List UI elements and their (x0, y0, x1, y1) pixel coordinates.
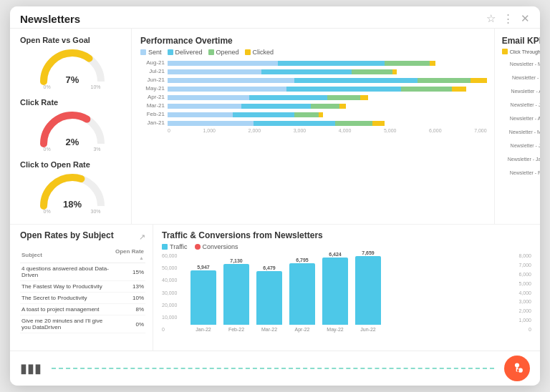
traffic-legend: Traffic Conversions (162, 243, 531, 250)
traffic-right-y-label: 6,000 (518, 272, 531, 277)
perf-segment (319, 112, 323, 117)
perf-seg-row (168, 61, 487, 65)
traffic-title: Traffic & Conversions from Newsletters (162, 230, 531, 240)
bottom-row: Open Rates by Subject ↗ Subject Open Rat… (10, 225, 540, 351)
perf-segment (168, 87, 286, 92)
traffic-right-y-label: 3,000 (518, 299, 531, 304)
perf-segment (168, 121, 254, 126)
subject-cell: Give me 20 minutes and I'll give you Dat… (20, 315, 114, 333)
ekpi-row: Newsletter - Apr 2021 (502, 85, 540, 97)
ekpi-row-label: Newsletter - Mar 2021 (502, 62, 540, 67)
perf-segment (168, 69, 261, 74)
perf-seg-row (168, 69, 487, 74)
open-rate-section: Open Rate vs Goal 7% 0% 10% (20, 36, 124, 91)
perf-x-axis: 01,0002,0003,0004,0005,0006,0007,000 (140, 128, 487, 133)
perf-month-label: Aug-21 (140, 59, 165, 66)
perf-segment (335, 121, 372, 126)
traffic-right-y-label: 5,000 (518, 281, 531, 286)
traffic-y-label: 10,000 (162, 315, 177, 320)
open-rates-panel: Open Rates by Subject ↗ Subject Open Rat… (10, 225, 153, 351)
ekpi-row-label: Newsletter - Apr 2021 (502, 89, 540, 94)
subject-cell: 4 questions answered about Data-Driven (20, 263, 114, 281)
traffic-bar (223, 264, 249, 325)
click-rate-section: Click Rate 2% 0% 3% (20, 98, 124, 153)
perf-bar-group (168, 112, 487, 117)
perf-bar-row: Feb-21 (140, 111, 487, 117)
perf-segment (352, 69, 392, 74)
perf-x-label: 6,000 (429, 128, 442, 133)
perf-segment (471, 78, 487, 83)
perf-bar-group (168, 104, 487, 108)
opened-dot (208, 49, 214, 55)
email-kpi-chart: Newsletter - Mar 2021Newsletter - Jul 20… (502, 58, 540, 179)
traffic-panel: Traffic & Conversions from Newsletters T… (153, 225, 540, 351)
traffic-bar (256, 271, 282, 325)
more-icon[interactable]: ⋮ (503, 12, 513, 25)
ekpi-row-label: Newsletter - May 2021 (502, 129, 540, 134)
ekpi-row-label: Newsletter - Aug 2021 (502, 116, 540, 121)
email-kpi-legend: Click Through Rate Click Rate Open Rate (502, 49, 540, 54)
perf-x-label: 2,000 (249, 128, 261, 133)
rate-cell: 8% (114, 304, 145, 315)
bar-chart-icon[interactable]: ▮▮▮ (20, 361, 42, 376)
perf-segment (168, 104, 241, 109)
cto-rate-max: 30% (90, 209, 100, 214)
perf-x-label: 7,000 (474, 128, 487, 133)
svg-text:7%: 7% (65, 74, 79, 85)
perf-bar-row: Mar-21 (140, 102, 487, 109)
table-row: The Secret to Productivity10% (20, 293, 145, 304)
star-icon[interactable]: ☆ (486, 12, 496, 25)
email-kpi-panel: Email KPIs Click Through Rate Click Rate… (495, 29, 540, 224)
dashboard-window: Newsletters ☆ ⋮ ✕ Open Rate vs Goal 7% (10, 6, 540, 386)
legend-sent: Sent (140, 49, 162, 56)
perf-segment (327, 95, 360, 100)
traffic-x-label: Mar-22 (261, 327, 277, 332)
click-rate-title: Click Rate (20, 98, 124, 107)
traffic-right-y-label: 4,000 (518, 290, 531, 295)
traffic-y-label: 0 (162, 327, 177, 332)
conversions-label: Conversions (203, 243, 238, 250)
perf-segment (372, 121, 385, 126)
svg-text:18%: 18% (62, 199, 81, 210)
ekpi-row: Newsletter - May 2021 (502, 126, 540, 138)
traffic-right-y-label: 8,000 (518, 253, 531, 258)
col-open-rate[interactable]: Open Rate ▲ (114, 247, 145, 263)
traffic-right-y-axis: 01,0002,0003,0004,0005,0006,0007,0008,00… (518, 253, 531, 332)
ekpi-row: Newsletter - Mar 2021 (502, 58, 540, 70)
traffic-legend-conversions: Conversions (195, 243, 238, 250)
perf-bar-group (168, 69, 487, 74)
clicked-dot (245, 49, 251, 55)
export-icon[interactable]: ↗ (139, 232, 145, 242)
traffic-chart-area: 010,00020,00030,00040,00050,00060,000 5,… (162, 253, 531, 346)
perf-segment (168, 61, 278, 66)
traffic-right-y-label: 0 (518, 327, 531, 332)
window-title: Newsletters (20, 13, 80, 25)
traffic-bar-group: 6,479Mar-22 (256, 265, 282, 332)
open-rate-gauge: 7% 0% 10% (20, 46, 124, 89)
perf-bar-row: Jul-21 (140, 68, 487, 74)
click-to-open-section: Click to Open Rate 18% 0% 30% (20, 160, 124, 215)
titlebar: Newsletters ☆ ⋮ ✕ (10, 6, 540, 29)
email-kpi-title: Email KPIs (502, 36, 540, 46)
traffic-bar-group: 7,659Jun-22 (355, 250, 381, 332)
perf-bar-group (168, 87, 487, 91)
click-rate-gauge: 2% 0% 3% (20, 108, 124, 152)
traffic-y-label: 20,000 (162, 303, 177, 308)
rate-cell: 0% (114, 315, 145, 333)
svg-point-5 (518, 368, 523, 373)
ekpi-row-label: Newsletter - Jun 2021 (502, 143, 540, 148)
traffic-bar-group: 6,424May-22 (322, 252, 348, 332)
perf-seg-row (168, 104, 487, 108)
perf-segment (168, 78, 294, 83)
perf-segment (311, 104, 339, 109)
perf-segment (294, 78, 417, 83)
subject-cell: A toast to project management (20, 304, 114, 315)
perf-bar-row: May-21 (140, 85, 487, 92)
ekpi-row-label: Newsletter - Jan 2021b (502, 157, 540, 162)
close-icon[interactable]: ✕ (521, 12, 530, 25)
open-rate-min: 0% (44, 84, 51, 89)
perf-bar-group (168, 121, 487, 125)
table-row: The Fastest Way to Productivity13% (20, 281, 145, 293)
traffic-y-label: 30,000 (162, 290, 177, 295)
perf-seg-row (168, 112, 487, 117)
